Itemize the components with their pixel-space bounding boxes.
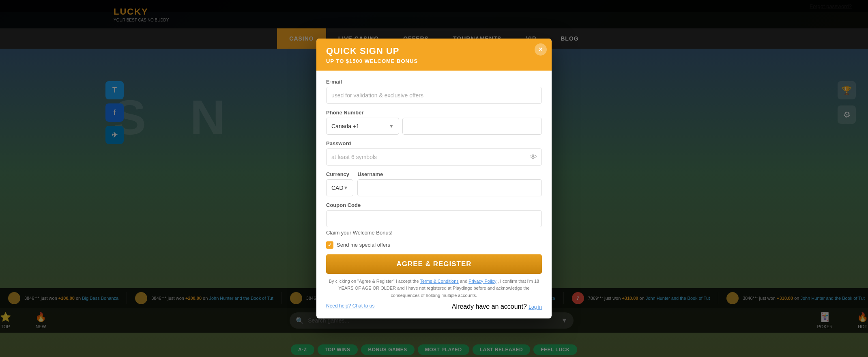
login-link[interactable]: Log in xyxy=(529,304,542,310)
currency-username-form-group: Currency CAD ▼ Username 9574623 xyxy=(326,171,542,196)
username-input[interactable]: 9574623 xyxy=(357,179,542,196)
password-label: Password xyxy=(326,140,542,146)
coupon-form-group: Coupon Code LUCKYDINGO Claim your Welcom… xyxy=(326,202,542,236)
quick-signup-modal: QUICK SIGN UP UP TO $1500 WELCOME BONUS … xyxy=(316,39,552,319)
terms-text: By clicking on "Agree & Register" I acce… xyxy=(326,278,542,299)
currency-select[interactable]: CAD ▼ xyxy=(326,179,353,196)
modal-subtitle: UP TO $1500 WELCOME BONUS xyxy=(326,58,542,64)
claim-bonus-text: Claim your Welcome Bonus! xyxy=(326,230,542,236)
offers-checkbox-row: Send me special offers xyxy=(326,241,542,249)
phone-number-input[interactable] xyxy=(402,118,542,135)
chevron-down-icon: ▼ xyxy=(344,185,348,191)
phone-label: Phone Number xyxy=(326,110,542,116)
already-account-text: Already have an account? Log in xyxy=(452,303,542,310)
offers-checkbox-label: Send me special offers xyxy=(337,242,390,248)
modal-bottom-links: Need help? Chat to us Already have an ac… xyxy=(326,303,542,310)
currency-value: CAD xyxy=(331,185,344,191)
register-button[interactable]: AGREE & REGISTER xyxy=(326,254,542,274)
currency-username-row: Currency CAD ▼ Username 9574623 xyxy=(326,171,542,196)
offers-checkbox[interactable] xyxy=(326,241,333,249)
phone-country-select[interactable]: Canada +1 ▼ xyxy=(326,118,399,135)
email-label: E-mail xyxy=(326,79,542,85)
coupon-label: Coupon Code xyxy=(326,202,542,208)
modal-title: QUICK SIGN UP xyxy=(326,46,542,56)
email-input[interactable] xyxy=(326,87,542,104)
privacy-policy-link[interactable]: Privacy Policy xyxy=(468,279,496,284)
password-input[interactable] xyxy=(326,148,542,166)
modal-header: QUICK SIGN UP UP TO $1500 WELCOME BONUS … xyxy=(316,39,552,71)
currency-label: Currency xyxy=(326,171,353,177)
terms-conditions-link[interactable]: Terms & Conditions xyxy=(420,279,458,284)
modal-close-button[interactable]: × xyxy=(535,43,547,56)
phone-form-group: Phone Number Canada +1 ▼ xyxy=(326,110,542,135)
password-form-group: Password 👁 xyxy=(326,140,542,166)
phone-country-value: Canada +1 xyxy=(331,123,359,129)
modal-backdrop: QUICK SIGN UP UP TO $1500 WELCOME BONUS … xyxy=(0,0,868,357)
email-form-group: E-mail xyxy=(326,79,542,104)
coupon-input[interactable]: LUCKYDINGO xyxy=(326,210,542,227)
modal-body: E-mail Phone Number Canada +1 ▼ Password xyxy=(316,71,552,319)
password-visibility-toggle[interactable]: 👁 xyxy=(530,153,537,161)
chat-help-link[interactable]: Need help? Chat to us xyxy=(326,303,374,310)
terms-text-1: By clicking on "Agree & Register" I acce… xyxy=(329,279,419,284)
username-label: Username xyxy=(357,171,542,177)
terms-and: and xyxy=(460,279,467,284)
password-wrapper: 👁 xyxy=(326,148,542,166)
chevron-down-icon: ▼ xyxy=(389,123,394,129)
phone-row: Canada +1 ▼ xyxy=(326,118,542,135)
